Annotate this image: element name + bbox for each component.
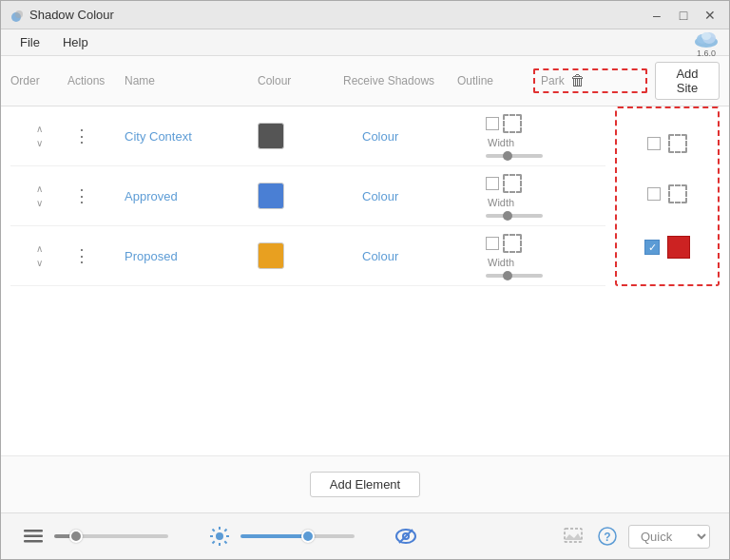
svg-marker-23: [565, 533, 582, 540]
header-name: Name: [125, 74, 258, 87]
receive-shadows-2: Colour: [362, 189, 486, 203]
down-arrow-3[interactable]: ∨: [32, 257, 47, 269]
outline-slider-1[interactable]: [486, 154, 543, 158]
outline-cell-3: Width: [486, 234, 562, 278]
svg-rect-6: [24, 530, 43, 532]
park-column: [615, 106, 720, 286]
header-receive-shadows: Receive Shadows: [343, 74, 457, 87]
row-name-1[interactable]: City Context: [125, 129, 258, 144]
title-bar-controls: – □ ✕: [645, 6, 721, 25]
park-check-1[interactable]: [647, 137, 661, 150]
app-icon: [9, 8, 24, 23]
down-arrow-1[interactable]: ∨: [32, 137, 47, 149]
window-title: Shadow Colour: [29, 8, 114, 22]
width-label-3: Width: [488, 257, 562, 268]
park-dashed-2: [668, 184, 687, 203]
eye-icon[interactable]: [393, 523, 419, 550]
park-row-2: [647, 177, 687, 211]
close-button[interactable]: ✕: [699, 6, 721, 25]
header-add-site: Add Site: [647, 62, 720, 100]
order-controls-3: ∧ ∨: [10, 242, 67, 269]
svg-line-15: [224, 541, 226, 543]
colour-label-3[interactable]: Colour: [362, 249, 398, 263]
svg-rect-8: [24, 540, 43, 543]
table-row: ∧ ∨ ⋮ City Context Colour: [10, 106, 605, 166]
left-sliders: [54, 534, 168, 538]
actions-menu-3[interactable]: ⋮: [67, 243, 96, 268]
colour-label-1[interactable]: Colour: [362, 129, 398, 144]
svg-point-9: [216, 532, 223, 540]
header-actions: Actions: [67, 74, 125, 87]
add-site-button[interactable]: Add Site: [655, 62, 720, 100]
svg-line-14: [213, 530, 215, 531]
park-check-3-checked[interactable]: [644, 240, 660, 255]
actions-menu-2[interactable]: ⋮: [67, 183, 96, 208]
outline-cell-2: Width: [486, 174, 562, 218]
main-content: Order Actions Name Colour Receive Shadow…: [1, 56, 729, 559]
bottom-slider-gray[interactable]: [54, 534, 168, 538]
outline-dashed-2: [503, 174, 522, 193]
bottom-right: ? Quick Normal Detailed: [560, 523, 710, 550]
table-area: Order Actions Name Colour Receive Shadow…: [1, 56, 729, 455]
table-row: ∧ ∨ ⋮ Approved Colour: [10, 166, 605, 226]
park-dashed-1: [668, 134, 687, 153]
header-park: Park 🗑: [533, 68, 647, 93]
svg-point-1: [15, 10, 23, 18]
park-check-2[interactable]: [647, 187, 661, 201]
outline-row-3: [486, 234, 562, 253]
outline-check-1[interactable]: [486, 117, 499, 130]
up-arrow-1[interactable]: ∧: [32, 123, 47, 135]
outline-check-3[interactable]: [486, 237, 499, 250]
sun-icon[interactable]: [206, 523, 233, 550]
actions-cell-3: ⋮: [67, 243, 125, 268]
park-row-3: [644, 228, 690, 266]
title-bar-left: Shadow Colour: [9, 8, 114, 23]
colour-swatch-3[interactable]: [258, 242, 284, 269]
minimize-button[interactable]: –: [645, 6, 668, 25]
menu-file[interactable]: File: [10, 33, 49, 51]
header-outline: Outline: [457, 74, 533, 87]
menu-bar-right: 1.6.0: [693, 28, 720, 58]
outline-slider-3[interactable]: [486, 274, 543, 278]
image-icon[interactable]: [560, 523, 586, 550]
colour-swatch-2[interactable]: [258, 183, 284, 209]
header-colour: Colour: [258, 74, 343, 87]
title-bar: Shadow Colour – □ ✕: [1, 1, 729, 29]
park-row-1: [647, 126, 687, 161]
main-window: Shadow Colour – □ ✕ File Help 1.6.0: [0, 0, 730, 560]
down-arrow-2[interactable]: ∨: [32, 197, 47, 209]
maximize-button[interactable]: □: [672, 6, 695, 25]
receive-shadows-1: Colour: [362, 129, 486, 144]
outline-slider-2[interactable]: [486, 214, 543, 218]
outline-check-2[interactable]: [486, 177, 499, 190]
park-colour-red[interactable]: [667, 236, 690, 259]
table-row: ∧ ∨ ⋮ Proposed Colour: [10, 226, 605, 286]
order-controls-1: ∧ ∨: [10, 123, 67, 149]
receive-shadows-3: Colour: [362, 249, 486, 263]
menu-bar: File Help 1.6.0: [1, 29, 729, 56]
row-name-3[interactable]: Proposed: [125, 249, 258, 263]
hamburger-icon[interactable]: [20, 523, 47, 550]
svg-point-5: [701, 32, 711, 40]
width-label-1: Width: [488, 137, 562, 148]
up-arrow-3[interactable]: ∧: [32, 242, 47, 255]
row-name-2[interactable]: Approved: [125, 189, 258, 203]
up-arrow-2[interactable]: ∧: [32, 183, 47, 195]
add-element-area: Add Element: [1, 455, 729, 512]
menu-help[interactable]: Help: [53, 33, 98, 51]
colour-cell-1: [258, 123, 362, 149]
add-element-button[interactable]: Add Element: [310, 472, 420, 497]
bottom-slider-blue[interactable]: [240, 534, 355, 538]
colour-label-2[interactable]: Colour: [362, 189, 398, 203]
width-label-2: Width: [488, 197, 562, 208]
rows-section: ∧ ∨ ⋮ City Context Colour: [10, 106, 605, 286]
colour-swatch-1[interactable]: [258, 123, 284, 149]
park-delete-icon[interactable]: 🗑: [570, 72, 586, 89]
help-icon[interactable]: ?: [594, 523, 621, 550]
content-area: ∧ ∨ ⋮ City Context Colour: [1, 106, 729, 286]
svg-line-16: [224, 530, 226, 531]
actions-menu-1[interactable]: ⋮: [67, 124, 96, 148]
quick-select[interactable]: Quick Normal Detailed: [628, 525, 710, 549]
bottom-bar: ? Quick Normal Detailed: [1, 512, 729, 559]
outline-cell-1: Width: [486, 114, 562, 158]
